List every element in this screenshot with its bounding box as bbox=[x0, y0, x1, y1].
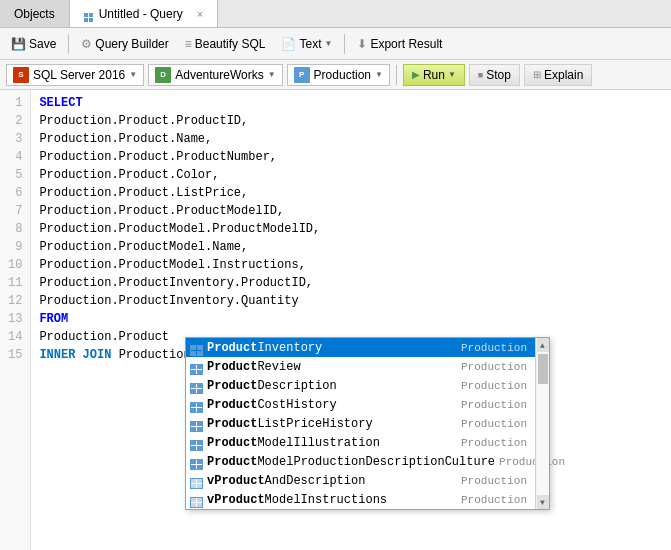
conn-separator bbox=[396, 65, 397, 85]
tab-query[interactable]: Untitled - Query × bbox=[70, 0, 218, 27]
stop-button[interactable]: ■ Stop bbox=[469, 64, 520, 86]
text-button[interactable]: 📄 Text ▼ bbox=[274, 32, 339, 56]
line-number: 11 bbox=[8, 274, 22, 292]
tab-objects[interactable]: Objects bbox=[0, 0, 70, 27]
autocomplete-item[interactable]: ProductModelIllustrationProduction bbox=[186, 433, 535, 452]
autocomplete-item[interactable]: ProductModelProductionDescriptionCulture… bbox=[186, 452, 535, 471]
tab-close-button[interactable]: × bbox=[197, 8, 203, 20]
autocomplete-item-name: ProductDescription bbox=[207, 379, 457, 393]
scroll-down-button[interactable]: ▼ bbox=[537, 495, 549, 509]
line-numbers: 123456789101112131415 bbox=[0, 90, 31, 550]
line-number: 12 bbox=[8, 292, 22, 310]
autocomplete-item[interactable]: vProductAndDescriptionProduction bbox=[186, 471, 535, 490]
autocomplete-item-name: ProductModelProductionDescriptionCulture bbox=[207, 455, 495, 469]
run-chevron-icon: ▼ bbox=[448, 70, 456, 79]
server-select[interactable]: S SQL Server 2016 ▼ bbox=[6, 64, 144, 86]
toolbar-separator-2 bbox=[344, 34, 345, 54]
database-select[interactable]: D AdventureWorks ▼ bbox=[148, 64, 282, 86]
line-number: 15 bbox=[8, 346, 22, 364]
save-label: Save bbox=[29, 37, 56, 51]
export-button[interactable]: ⬇ Export Result bbox=[350, 32, 449, 56]
autocomplete-item[interactable]: vProductModelInstructionsProduction bbox=[186, 490, 535, 509]
autocomplete-item-name: vProductAndDescription bbox=[207, 474, 457, 488]
autocomplete-item[interactable]: ProductReviewProduction bbox=[186, 357, 535, 376]
code-line: SELECT bbox=[39, 94, 663, 112]
explain-button[interactable]: ⊞ Explain bbox=[524, 64, 592, 86]
schema-icon: P bbox=[294, 67, 310, 83]
code-line: Production.Product.Color, bbox=[39, 166, 663, 184]
text-label: Text bbox=[299, 37, 321, 51]
code-line: Production.ProductModel.Instructions, bbox=[39, 256, 663, 274]
toolbar: 💾 Save ⚙ Query Builder ≡ Beautify SQL 📄 … bbox=[0, 28, 671, 60]
autocomplete-item[interactable]: ProductListPriceHistoryProduction bbox=[186, 414, 535, 433]
tab-query-label: Untitled - Query bbox=[99, 7, 183, 21]
line-number: 10 bbox=[8, 256, 22, 274]
line-number: 6 bbox=[8, 184, 22, 202]
explain-icon: ⊞ bbox=[533, 69, 541, 80]
autocomplete-item-name: ProductModelIllustration bbox=[207, 436, 457, 450]
connection-bar: S SQL Server 2016 ▼ D AdventureWorks ▼ P… bbox=[0, 60, 671, 90]
code-line: Production.Product.ProductID, bbox=[39, 112, 663, 130]
line-number: 14 bbox=[8, 328, 22, 346]
table-icon bbox=[190, 340, 203, 356]
autocomplete-item-schema: Production bbox=[461, 399, 531, 411]
autocomplete-item[interactable]: ProductInventoryProduction bbox=[186, 338, 535, 357]
explain-label: Explain bbox=[544, 68, 583, 82]
autocomplete-item-schema: Production bbox=[461, 380, 531, 392]
database-icon: D bbox=[155, 67, 171, 83]
line-number: 3 bbox=[8, 130, 22, 148]
code-line: Production.ProductModel.ProductModelID, bbox=[39, 220, 663, 238]
line-number: 1 bbox=[8, 94, 22, 112]
server-label: SQL Server 2016 bbox=[33, 68, 125, 82]
schema-label: Production bbox=[314, 68, 371, 82]
autocomplete-item-name: vProductModelInstructions bbox=[207, 493, 457, 507]
code-line: Production.Product.Name, bbox=[39, 130, 663, 148]
tab-objects-label: Objects bbox=[14, 7, 55, 21]
autocomplete-item[interactable]: ProductDescriptionProduction bbox=[186, 376, 535, 395]
table-icon bbox=[190, 435, 203, 451]
autocomplete-dropdown[interactable]: ProductInventoryProductionProductReviewP… bbox=[185, 337, 550, 510]
schema-chevron-icon: ▼ bbox=[375, 70, 383, 79]
scroll-up-button[interactable]: ▲ bbox=[537, 338, 549, 352]
autocomplete-item-schema: Production bbox=[461, 361, 531, 373]
export-icon: ⬇ bbox=[357, 37, 367, 51]
toolbar-separator-1 bbox=[68, 34, 69, 54]
schema-select[interactable]: P Production ▼ bbox=[287, 64, 390, 86]
save-icon: 💾 bbox=[11, 37, 26, 51]
run-button[interactable]: ▶ Run ▼ bbox=[403, 64, 465, 86]
line-number: 4 bbox=[8, 148, 22, 166]
line-number: 5 bbox=[8, 166, 22, 184]
autocomplete-item-schema: Production bbox=[461, 342, 531, 354]
autocomplete-item[interactable]: ProductCostHistoryProduction bbox=[186, 395, 535, 414]
table-icon bbox=[190, 359, 203, 375]
autocomplete-item-name: ProductInventory bbox=[207, 341, 457, 355]
table-icon bbox=[190, 416, 203, 432]
view-icon bbox=[190, 473, 203, 489]
autocomplete-item-name: ProductListPriceHistory bbox=[207, 417, 457, 431]
beautify-button[interactable]: ≡ Beautify SQL bbox=[178, 32, 273, 56]
query-builder-button[interactable]: ⚙ Query Builder bbox=[74, 32, 175, 56]
code-line: FROM bbox=[39, 310, 663, 328]
line-number: 2 bbox=[8, 112, 22, 130]
autocomplete-item-name: ProductCostHistory bbox=[207, 398, 457, 412]
autocomplete-item-schema: Production bbox=[461, 475, 531, 487]
scroll-thumb[interactable] bbox=[538, 354, 548, 384]
beautify-icon: ≡ bbox=[185, 37, 192, 51]
table-icon bbox=[190, 397, 203, 413]
code-line: Production.Product.ProductModelID, bbox=[39, 202, 663, 220]
scroll-track bbox=[537, 352, 549, 495]
table-icon bbox=[190, 378, 203, 394]
autocomplete-scrollbar[interactable]: ▲ ▼ bbox=[535, 338, 549, 509]
code-line: Production.Product.ProductNumber, bbox=[39, 148, 663, 166]
line-number: 9 bbox=[8, 238, 22, 256]
table-icon bbox=[190, 454, 203, 470]
stop-square-icon: ■ bbox=[478, 70, 483, 80]
editor: 123456789101112131415 SELECTProduction.P… bbox=[0, 90, 671, 550]
tab-grid-icon bbox=[84, 6, 93, 22]
server-chevron-icon: ▼ bbox=[129, 70, 137, 79]
code-line: Production.ProductInventory.ProductID, bbox=[39, 274, 663, 292]
run-label: Run bbox=[423, 68, 445, 82]
text-chevron-icon: ▼ bbox=[324, 39, 332, 48]
query-builder-label: Query Builder bbox=[95, 37, 168, 51]
save-button[interactable]: 💾 Save bbox=[4, 32, 63, 56]
